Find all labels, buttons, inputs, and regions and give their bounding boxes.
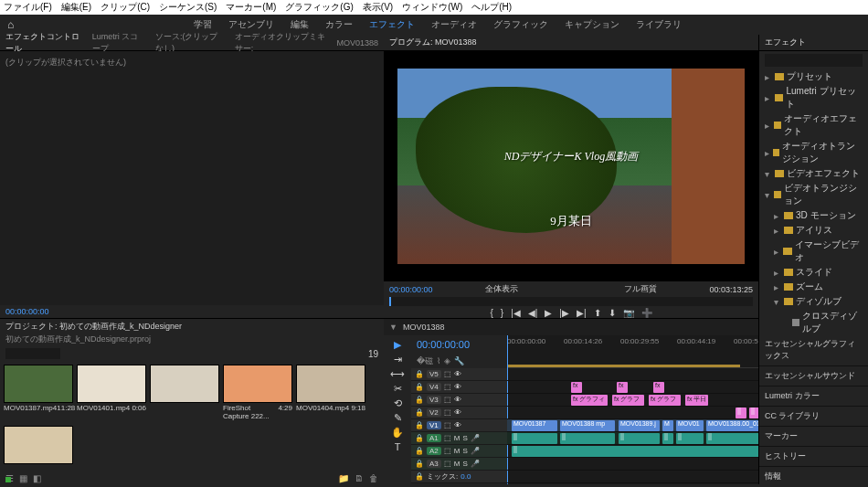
hand-icon[interactable]: ✋	[391, 427, 404, 439]
workspace-tab[interactable]: グラフィック	[493, 18, 548, 31]
export-frame-icon[interactable]: 📷	[623, 308, 634, 318]
selection-tool-icon[interactable]: ▶	[394, 339, 401, 351]
lock-icon[interactable]: 🔒	[415, 421, 424, 429]
play-icon[interactable]: ▶	[545, 308, 552, 318]
menu-item[interactable]: 編集(E)	[61, 1, 91, 14]
project-item[interactable]: MOV01404.mp49:18	[296, 365, 365, 422]
icon-view-icon[interactable]: ▦	[19, 473, 27, 483]
new-item-icon[interactable]: 🗎	[355, 473, 364, 483]
clip[interactable]: fx グラフ	[649, 395, 681, 406]
workspace-tab[interactable]: オーディオ	[431, 18, 477, 31]
video-track-head[interactable]: 🔒V5⬚👁	[411, 368, 507, 381]
project-item[interactable]: MOV01401.mp40:06	[77, 365, 146, 422]
mic-icon[interactable]: 🎤	[471, 434, 480, 442]
clip[interactable]: fx	[571, 382, 582, 393]
marker-icon[interactable]: ◈	[444, 356, 450, 365]
timeline-timecode[interactable]: 00:00:00:00	[411, 335, 507, 354]
quality-dropdown[interactable]: フル画質	[624, 283, 657, 295]
clip[interactable]	[662, 433, 673, 444]
program-tab[interactable]: プログラム: MOV01388	[384, 35, 758, 51]
menubar[interactable]: ファイル(F)編集(E)クリップ(C)シーケンス(S)マーカー(M)グラフィック…	[0, 0, 868, 15]
video-track-head[interactable]: 🔒V1⬚👁	[411, 419, 507, 432]
effects-search-input[interactable]	[765, 54, 863, 67]
panel-tab[interactable]: MOV01388	[336, 38, 378, 48]
video-track-head[interactable]: 🔒V3⬚👁	[411, 394, 507, 407]
track-v2[interactable]	[507, 407, 758, 419]
audio-track-head[interactable]: 🔒A2⬚MS🎤	[411, 445, 507, 458]
track-a3[interactable]	[507, 458, 758, 471]
project-search-input[interactable]	[5, 348, 60, 359]
source-panel-tabs[interactable]: エフェクトコントロールLumetri スコープソース:(クリップなし)オーディオ…	[0, 35, 384, 51]
project-item[interactable]: MOV01387.mp411:28	[4, 365, 73, 422]
video-track-head[interactable]: 🔒V4⬚👁	[411, 381, 507, 394]
settings-icon[interactable]: ➕	[641, 308, 652, 318]
razor-icon[interactable]: ✂	[394, 383, 402, 395]
eye-icon[interactable]: 👁	[454, 383, 461, 391]
slip-icon[interactable]: ⟲	[394, 397, 402, 409]
collapsed-panel-header[interactable]: Lumetri カラー	[759, 386, 868, 407]
effects-panel-tab[interactable]: エフェクト	[759, 35, 868, 51]
project-tab[interactable]: プロジェクト: 初めての動画作成_k_NDdesigner	[0, 319, 384, 333]
effects-tree-item[interactable]: ▾ビデオトランジション	[759, 181, 868, 208]
menu-item[interactable]: シーケンス(S)	[159, 1, 217, 14]
timeline-content[interactable]: 00:00:00:0000:00:14:2600:00:29:5500:00:4…	[507, 335, 758, 487]
collapsed-panel-header[interactable]: マーカー	[759, 427, 868, 447]
program-tc-left[interactable]: 00:00:00:00	[389, 285, 433, 294]
effects-tree-item[interactable]: ▸アイリス	[759, 223, 868, 238]
lock-icon[interactable]: 🔒	[415, 370, 424, 378]
workspace-tab[interactable]: エフェクト	[369, 18, 415, 31]
effects-tree-item[interactable]: ▸イマーシブビデオ	[759, 238, 868, 265]
mix-value[interactable]: 0.0	[460, 472, 471, 481]
menu-item[interactable]: ファイル(F)	[4, 1, 52, 14]
lock-icon[interactable]: 🔒	[415, 460, 424, 468]
menu-item[interactable]: マーカー(M)	[226, 1, 276, 14]
effects-tree-item[interactable]: クロスディゾルブ	[759, 309, 868, 334]
effects-tree-item[interactable]: ▸スライド	[759, 265, 868, 280]
type-icon[interactable]: T	[395, 441, 401, 452]
workspace-tab[interactable]: アセンブリ	[228, 18, 274, 31]
eye-icon[interactable]: 👁	[454, 396, 461, 404]
clip[interactable]	[749, 408, 758, 418]
clip[interactable]: fx	[653, 382, 664, 393]
effects-tree-item[interactable]: ▸プリセット	[759, 69, 868, 84]
menu-item[interactable]: ウィンドウ(W)	[402, 1, 462, 14]
step-back-icon[interactable]: ◀|	[528, 308, 538, 318]
eye-icon[interactable]: 👁	[454, 421, 461, 429]
project-item[interactable]	[150, 365, 219, 422]
lock-icon[interactable]: 🔒	[415, 408, 424, 417]
clip[interactable]	[736, 408, 746, 418]
audio-track-head[interactable]: 🔒A1⬚MS🎤	[411, 432, 507, 445]
extract-icon[interactable]: ⬇	[609, 308, 616, 318]
workspace-tab[interactable]: カラー	[325, 18, 353, 31]
track-a1[interactable]	[507, 432, 758, 445]
collapsed-panel-header[interactable]: CC ライブラリ	[759, 407, 868, 427]
effects-tree-item[interactable]: ▾ビデオエフェクト	[759, 166, 868, 181]
clip[interactable]: MOV01388 mp	[560, 420, 615, 431]
effects-tree-item[interactable]: ▸3D モーション	[759, 208, 868, 223]
clip[interactable]: MOV01388.00_01	[706, 420, 758, 431]
clip[interactable]: M	[662, 420, 673, 431]
effects-tree-item[interactable]: ▾ディゾルブ	[759, 294, 868, 309]
eye-icon[interactable]: 👁	[454, 408, 461, 417]
track-v3[interactable]: fx グラフィfx グラフfx グラフfx 平日	[507, 394, 758, 407]
mark-out-icon[interactable]: }	[501, 308, 503, 318]
menu-item[interactable]: ヘルプ(H)	[471, 1, 512, 14]
time-ruler[interactable]: 00:00:00:0000:00:14:2600:00:29:5500:00:4…	[507, 335, 758, 368]
workspace-tab[interactable]: 編集	[291, 18, 309, 31]
menu-item[interactable]: クリップ(C)	[101, 1, 150, 14]
new-bin-icon[interactable]: 📁	[338, 473, 349, 483]
workspace-tab[interactable]: 学習	[194, 18, 212, 31]
trash-icon[interactable]: 🗑	[369, 473, 378, 483]
lock-icon[interactable]: 🔒	[415, 383, 424, 391]
clip[interactable]	[560, 433, 615, 444]
menu-item[interactable]: グラフィック(G)	[285, 1, 353, 14]
lock-icon[interactable]: 🔒	[415, 434, 424, 442]
mic-icon[interactable]: 🎤	[471, 447, 480, 455]
timeline-tab[interactable]: ▼ MOV01388	[384, 319, 758, 335]
track-select-icon[interactable]: ⇥	[394, 354, 402, 365]
clip[interactable]: fx 平日	[685, 395, 708, 406]
effects-tree-item[interactable]: ▸オーディオトランジション	[759, 139, 868, 166]
clip[interactable]	[676, 433, 704, 444]
lift-icon[interactable]: ⬆	[594, 308, 601, 318]
clip[interactable]: fx グラフ	[612, 395, 644, 406]
